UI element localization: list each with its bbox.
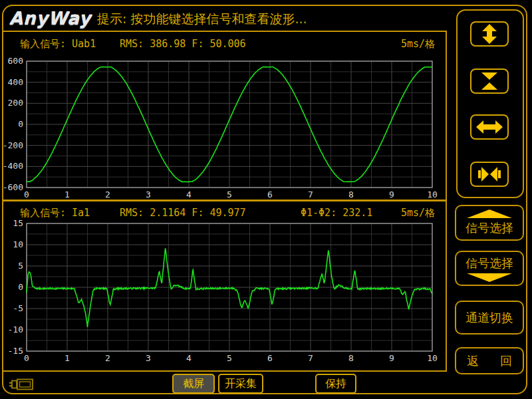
svg-text:10: 10 — [427, 353, 438, 363]
svg-text:5: 5 — [18, 261, 23, 271]
top-readout-label: RMS: 386.98 F: 50.006 — [120, 38, 246, 50]
svg-text:-15: -15 — [8, 346, 23, 356]
svg-text:-600: -600 — [3, 182, 23, 192]
screenshot-label: 截屏 — [183, 377, 204, 391]
triangle-up-icon — [466, 209, 513, 219]
signal-select-up-label: 信号选择 — [466, 220, 513, 236]
anyway-logo: AnyWay — [9, 9, 91, 29]
svg-text:4: 4 — [186, 190, 192, 200]
svg-text:0: 0 — [18, 282, 23, 292]
return-button[interactable]: 返 回 — [455, 347, 524, 374]
top-signal-label: 输入信号: Uab1 — [20, 38, 96, 51]
expand-vertical-button[interactable] — [470, 21, 509, 47]
start-acquisition-label: 开采集 — [225, 377, 257, 391]
compress-vertical-icon — [476, 71, 503, 91]
svg-text:6: 6 — [267, 190, 273, 200]
signal-select-down-label: 信号选择 — [466, 255, 513, 271]
svg-text:8: 8 — [348, 353, 354, 363]
svg-text:600: 600 — [8, 56, 23, 66]
title-hint: 提示: 按功能键选择信号和查看波形... — [97, 11, 307, 28]
svg-text:7: 7 — [308, 190, 313, 200]
signal-select-up-button[interactable]: 信号选择 — [455, 205, 524, 241]
bottom-timebase-label: 5ms/格 — [401, 207, 435, 219]
signal-select-down-button[interactable]: 信号选择 — [455, 251, 524, 286]
svg-text:2: 2 — [105, 353, 110, 363]
svg-text:2: 2 — [105, 190, 110, 200]
sidebar-divider — [446, 31, 447, 372]
top-timebase-label: 5ms/格 — [401, 38, 435, 51]
triangle-down-icon — [466, 273, 513, 282]
svg-text:4: 4 — [186, 353, 192, 363]
svg-text:5: 5 — [227, 353, 232, 363]
bottom-readout-label: RMS: 2.1164 F: 49.977 — [120, 207, 246, 219]
expand-horizontal-button[interactable] — [470, 114, 509, 140]
svg-text:0: 0 — [24, 353, 29, 363]
hold-label: 保持 — [325, 377, 346, 391]
expand-horizontal-icon — [476, 117, 503, 137]
channel-switch-label: 通道切换 — [466, 310, 513, 326]
top-chart-header: 输入信号: Uab1 RMS: 386.98 F: 50.006 5ms/格 — [0, 38, 444, 54]
svg-text:9: 9 — [389, 353, 394, 363]
chart-divider — [2, 200, 447, 201]
start-acquisition-button[interactable]: 开采集 — [218, 374, 263, 394]
return-label-right: 回 — [500, 353, 512, 369]
compress-horizontal-button[interactable] — [470, 162, 509, 187]
svg-text:7: 7 — [308, 353, 313, 363]
analyzer-screen: AnyWay 提示: 按功能键选择信号和查看波形... 输入信号: Uab1 R… — [0, 0, 532, 399]
svg-text:400: 400 — [8, 77, 23, 87]
expand-vertical-icon — [476, 24, 503, 44]
compress-horizontal-icon — [476, 164, 503, 184]
bottombar-divider — [2, 370, 447, 372]
svg-text:200: 200 — [8, 98, 23, 108]
bottom-phase-label: Φ1-Φ2: 232.1 — [301, 207, 372, 219]
svg-text:-5: -5 — [13, 303, 23, 313]
svg-text:15: 15 — [13, 219, 23, 228]
svg-text:0: 0 — [18, 119, 23, 129]
svg-text:-400: -400 — [3, 161, 23, 171]
svg-text:10: 10 — [427, 190, 438, 200]
svg-text:-10: -10 — [8, 325, 23, 334]
svg-text:10: 10 — [13, 239, 23, 249]
title-divider — [2, 31, 447, 32]
screenshot-button[interactable]: 截屏 — [172, 374, 215, 394]
battery-icon — [9, 377, 35, 392]
hold-button[interactable]: 保持 — [315, 374, 356, 394]
svg-text:3: 3 — [146, 190, 151, 200]
svg-text:1: 1 — [65, 353, 70, 363]
svg-text:1: 1 — [65, 190, 70, 200]
channel-switch-button[interactable]: 通道切换 — [455, 301, 524, 334]
svg-text:-200: -200 — [3, 140, 23, 150]
svg-text:9: 9 — [389, 190, 394, 200]
current-waveform-chart: 151050-5-10-15012345678910 — [0, 219, 444, 363]
svg-text:8: 8 — [348, 190, 354, 200]
svg-text:0: 0 — [24, 190, 29, 200]
voltage-waveform-chart: 6004002000-200-400-600012345678910 — [0, 56, 444, 200]
svg-text:5: 5 — [227, 190, 232, 200]
compress-vertical-button[interactable] — [470, 68, 509, 94]
svg-text:3: 3 — [146, 353, 151, 363]
return-label-left: 返 — [467, 353, 479, 369]
svg-text:6: 6 — [267, 353, 273, 363]
bottom-signal-label: 输入信号: Ia1 — [20, 207, 90, 219]
